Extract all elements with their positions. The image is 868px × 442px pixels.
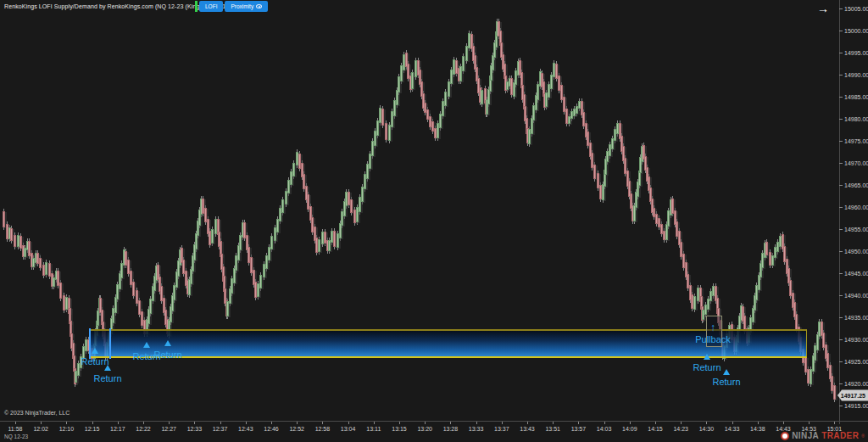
time-axis-label: 13:43 bbox=[520, 426, 535, 432]
time-axis-label: 13:33 bbox=[469, 426, 484, 432]
time-axis-tick bbox=[706, 422, 707, 424]
watermark-reg-mark: ® bbox=[861, 434, 865, 439]
pullback-marker-label: Pullback bbox=[695, 334, 731, 344]
price-axis-tick bbox=[839, 361, 843, 362]
ninjatrader-logo-icon bbox=[781, 432, 789, 440]
time-axis-tick bbox=[681, 422, 682, 424]
price-axis-tick bbox=[839, 119, 843, 120]
time-axis-tick bbox=[169, 422, 170, 424]
price-axis-label: 14935.00 bbox=[844, 315, 868, 321]
price-axis-tick bbox=[839, 295, 843, 296]
lofi-button[interactable]: LOFI bbox=[199, 1, 223, 12]
return-triangle-up-icon bbox=[143, 342, 150, 348]
price-axis-label: 14930.00 bbox=[844, 337, 868, 343]
renko-brick bbox=[481, 90, 483, 104]
price-axis-label: 14940.00 bbox=[844, 293, 868, 299]
time-axis-label: 12:37 bbox=[213, 426, 228, 432]
time-axis-label: 13:37 bbox=[494, 426, 509, 432]
scroll-to-latest-arrow-icon[interactable]: → bbox=[817, 2, 829, 15]
time-axis-tick bbox=[41, 422, 42, 424]
price-axis-label: 14915.00 bbox=[844, 403, 868, 409]
time-axis-label: 13:15 bbox=[392, 426, 407, 432]
time-axis-label: 12:43 bbox=[238, 426, 253, 432]
instrument-label: NQ 12-23 bbox=[4, 434, 28, 439]
copyright-text: © 2023 NinjaTrader, LLC bbox=[4, 410, 70, 416]
time-axis-tick bbox=[297, 422, 298, 424]
time-axis-label: 11:58 bbox=[8, 426, 23, 432]
price-axis-label: 14925.00 bbox=[844, 359, 868, 365]
time-axis-label: 12:17 bbox=[110, 426, 125, 432]
time-axis-tick bbox=[834, 422, 835, 424]
price-axis-tick bbox=[839, 141, 843, 142]
time-axis-label: 12:46 bbox=[264, 426, 279, 432]
watermark-ninja-text: NINJA bbox=[792, 431, 819, 440]
pullback-arrow-up-icon: ↑ bbox=[710, 322, 715, 333]
price-axis-label: 14985.00 bbox=[844, 94, 868, 100]
price-axis-tick bbox=[839, 229, 843, 230]
price-axis-tick bbox=[839, 185, 843, 186]
price-axis-label: 15000.00 bbox=[844, 28, 868, 34]
return-marker-label: Return bbox=[712, 377, 740, 387]
price-axis-tick bbox=[839, 31, 843, 31]
price-axis-label: 14975.00 bbox=[844, 138, 868, 144]
price-axis-tick bbox=[839, 273, 843, 274]
time-axis-tick bbox=[143, 422, 144, 424]
renko-brick bbox=[381, 109, 384, 126]
time-axis-tick bbox=[502, 422, 503, 424]
time-axis-tick bbox=[15, 422, 16, 424]
time-axis-label: 14:03 bbox=[597, 426, 612, 432]
time-axis-label: 14:33 bbox=[725, 426, 740, 432]
time-axis-tick bbox=[425, 422, 426, 424]
time-axis-label: 14:23 bbox=[673, 426, 688, 432]
renko-brick bbox=[45, 262, 47, 275]
time-axis-tick bbox=[527, 422, 528, 424]
proximity-button[interactable]: Proximity bbox=[225, 1, 268, 12]
proximity-button-label: Proximity bbox=[231, 3, 253, 9]
return-triangle-up-icon bbox=[92, 348, 98, 354]
time-axis-label: 12:22 bbox=[136, 426, 151, 432]
indicator-button-row: LOFI Proximity bbox=[195, 1, 270, 12]
time-axis-label: 14:38 bbox=[750, 426, 765, 432]
time-axis-label: 13:20 bbox=[417, 426, 432, 432]
price-axis-tick bbox=[839, 163, 843, 164]
indicator-accent-bar bbox=[195, 1, 198, 12]
price-axis-label: 14980.00 bbox=[844, 116, 868, 122]
price-axis-tick bbox=[839, 406, 843, 406]
time-axis-tick bbox=[246, 422, 247, 424]
time-axis-tick bbox=[630, 422, 631, 424]
time-axis-label: 14:30 bbox=[699, 426, 715, 432]
eye-icon bbox=[256, 4, 262, 8]
price-axis-tick bbox=[839, 339, 843, 340]
price-axis-label: 15005.00 bbox=[844, 6, 868, 12]
price-axis-tick bbox=[839, 251, 843, 252]
time-axis-tick bbox=[271, 422, 272, 424]
price-axis-tick bbox=[839, 8, 843, 9]
current-price-tag: 14917.25 bbox=[837, 389, 868, 401]
time-axis-tick bbox=[92, 422, 93, 424]
time-axis-tick bbox=[758, 422, 759, 424]
watermark-trader-text: TRADER bbox=[821, 431, 859, 440]
time-axis-tick bbox=[322, 422, 323, 424]
renko-brick bbox=[333, 231, 336, 247]
price-axis-tick bbox=[839, 97, 843, 98]
price-axis-label: 14990.00 bbox=[844, 72, 868, 78]
renko-brick bbox=[10, 228, 13, 241]
time-axis-tick bbox=[553, 422, 554, 424]
return-marker-label: Return bbox=[693, 362, 721, 372]
time-axis-tick bbox=[476, 422, 477, 424]
price-axis-separator bbox=[839, 0, 840, 424]
return-triangle-up-icon bbox=[164, 340, 171, 346]
time-axis-tick bbox=[783, 422, 784, 424]
time-axis-label: 12:27 bbox=[161, 426, 176, 432]
return-marker-label: Return bbox=[93, 373, 121, 383]
lofi-button-label: LOFI bbox=[205, 3, 217, 9]
return-marker-label: Return bbox=[153, 350, 181, 360]
time-axis-label: 13:51 bbox=[545, 426, 560, 432]
time-axis-tick bbox=[732, 422, 733, 424]
price-axis-label: 14955.00 bbox=[844, 227, 868, 232]
zone-origin-right-edge bbox=[109, 328, 111, 359]
time-axis-separator bbox=[0, 421, 868, 422]
time-axis-label: 12:52 bbox=[289, 426, 304, 432]
price-axis-tick bbox=[839, 75, 843, 76]
return-triangle-up-icon bbox=[704, 354, 710, 360]
